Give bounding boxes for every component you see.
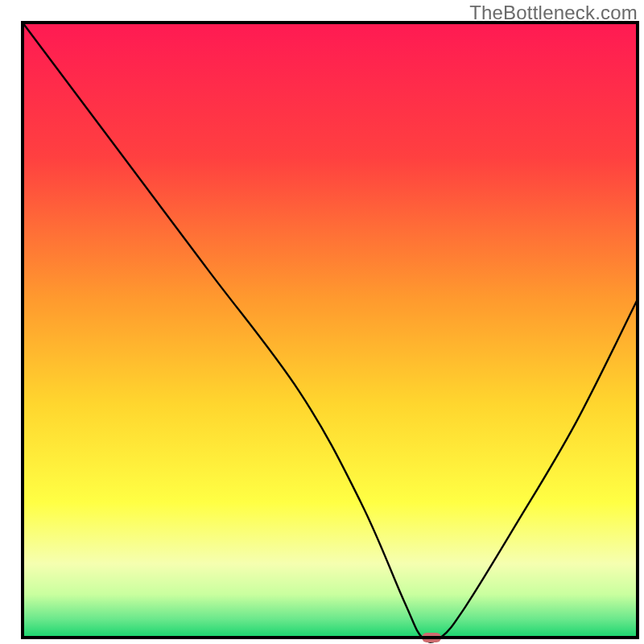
chart-svg — [0, 0, 644, 644]
watermark-label: TheBottleneck.com — [469, 2, 638, 24]
plot-area — [23, 23, 638, 642]
chart-background — [23, 23, 638, 638]
bottleneck-chart: TheBottleneck.com — [0, 0, 644, 644]
